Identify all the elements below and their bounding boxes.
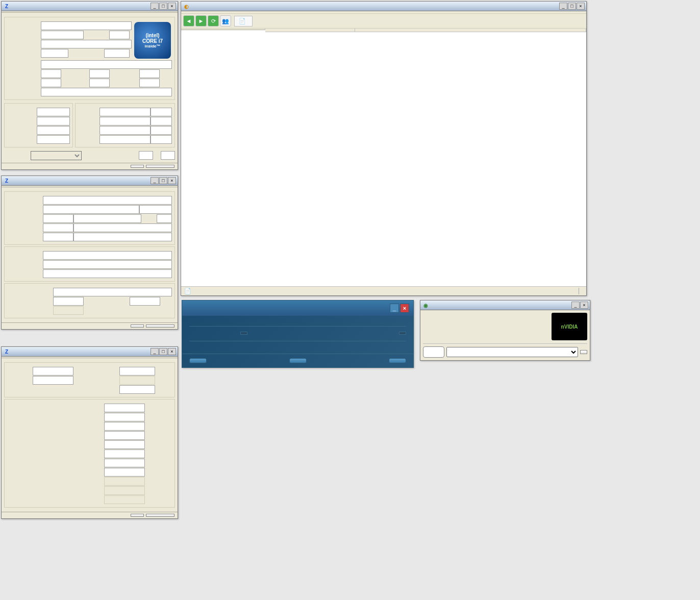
package [41, 40, 132, 48]
close-button[interactable]: × [168, 177, 176, 184]
minimize-button[interactable]: _ [559, 3, 567, 10]
minimize-button[interactable]: _ [151, 348, 159, 355]
show-overclocking-button[interactable] [580, 350, 587, 354]
dram-idle [104, 477, 145, 486]
core-speed [37, 108, 70, 116]
titlebar[interactable]: ◉ _× [420, 301, 590, 310]
maximize-button[interactable]: □ [568, 3, 576, 10]
qpi-link [37, 135, 70, 144]
cpuz-cpu-window: Z _ □ × (intel)CORE i7inside™ [1, 1, 178, 170]
trcd [104, 431, 145, 440]
titlebar[interactable]: Z _□× [2, 176, 178, 186]
bios-brand [43, 251, 172, 260]
minimize-button[interactable]: _ [151, 177, 159, 184]
chipset-rev [157, 214, 172, 223]
start-button[interactable] [289, 358, 307, 363]
back-button[interactable]: ◄ [183, 15, 194, 27]
toolbar: ◄ ► ⟳ 👥 📄 [181, 14, 586, 29]
family [41, 69, 61, 78]
col-field[interactable] [265, 29, 355, 32]
users-button[interactable]: 👥 [220, 15, 231, 27]
cpuz-memory-window: Z _□× [1, 346, 178, 519]
tree[interactable] [181, 30, 265, 286]
bios-date [43, 269, 172, 278]
gpu-select[interactable] [446, 347, 578, 357]
trp [104, 440, 145, 449]
validate-button[interactable] [131, 165, 144, 168]
cpuz-mainboard-window: Z _□× [1, 176, 178, 330]
ok-button[interactable] [146, 514, 174, 517]
copyright [579, 288, 583, 294]
ok-button[interactable] [146, 165, 174, 168]
validate-button[interactable] [131, 324, 144, 328]
mb-rev [139, 205, 172, 214]
list [265, 29, 586, 286]
revision [139, 79, 160, 87]
instructions [41, 88, 172, 96]
nvidia-inspector-window: ◉ _× nVIDIA [420, 300, 590, 361]
titlebar[interactable]: Z _□× [2, 347, 178, 357]
maximize-button[interactable]: □ [159, 177, 167, 184]
close-button[interactable]: × [168, 3, 176, 10]
lpcio-vendor [43, 233, 73, 241]
mb-model [43, 205, 139, 214]
app-icon: Z [3, 348, 10, 355]
technology [41, 49, 68, 58]
nb-freq [119, 385, 155, 394]
save-button[interactable] [189, 358, 207, 363]
intel-logo: (intel)CORE i7inside™ [134, 22, 171, 59]
trdram [104, 486, 145, 495]
titlebar[interactable]: Z _ □ × [2, 2, 178, 11]
paypal-button[interactable] [423, 346, 444, 358]
bench-window: _ × [182, 300, 414, 368]
manufacturer [43, 196, 172, 205]
close-button[interactable] [389, 358, 406, 363]
minimize-button[interactable]: _ [390, 304, 399, 313]
tras [104, 449, 145, 458]
maximize-button[interactable]: □ [159, 3, 167, 10]
close-button[interactable]: × [400, 304, 409, 313]
minimize-button[interactable]: _ [571, 302, 580, 309]
l2 [99, 126, 151, 135]
ok-button[interactable] [146, 324, 174, 328]
dram-freq [104, 404, 145, 412]
report-button[interactable]: 📄 [234, 16, 253, 27]
col-value[interactable] [355, 29, 586, 32]
ext-model [89, 79, 110, 87]
app-icon: Z [3, 177, 10, 184]
specification [41, 60, 172, 69]
side-band [53, 306, 84, 315]
code-name [41, 31, 84, 39]
l2-way [151, 126, 172, 135]
channels [119, 367, 155, 376]
close-button[interactable]: × [580, 302, 588, 309]
statusbar: 📄 [181, 286, 586, 295]
sb-model [73, 223, 172, 232]
l1i-way [151, 117, 172, 126]
app-icon: ◉ [422, 302, 429, 309]
minimize-button[interactable]: _ [151, 3, 159, 10]
processor-select[interactable] [31, 151, 82, 160]
close-button[interactable]: × [577, 3, 585, 10]
brand-id [109, 31, 130, 39]
close-button[interactable]: × [168, 348, 176, 355]
titlebar[interactable]: ◐ _□× [181, 2, 586, 11]
gi-version [53, 288, 172, 296]
bios-version [43, 260, 172, 269]
app-icon: ◐ [183, 3, 190, 10]
l1-inst [99, 117, 151, 126]
l1-data [99, 108, 151, 116]
refresh-button[interactable]: ⟳ [208, 15, 219, 27]
cpu-multiplier [240, 332, 247, 335]
maximize-button[interactable]: □ [159, 348, 167, 355]
cr [104, 468, 145, 477]
forward-button[interactable]: ► [195, 15, 207, 27]
validate-button[interactable] [131, 514, 144, 517]
fsb-dram [104, 413, 145, 421]
chipset-vendor [43, 214, 73, 223]
cas-latency [104, 422, 145, 431]
app-icon: Z [3, 3, 10, 10]
stepping [139, 69, 160, 78]
model [89, 69, 110, 78]
titlebar[interactable]: _ × [182, 301, 413, 316]
